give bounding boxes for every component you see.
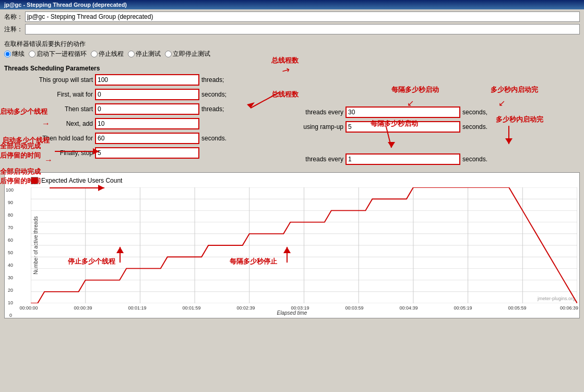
- x-tick-39: 00:00:39: [74, 305, 92, 311]
- comment-input[interactable]: [25, 24, 580, 34]
- using-rampup-unit: seconds.: [462, 123, 487, 130]
- threads-section-title: Threads Scheduling Parameters: [4, 65, 580, 72]
- chart-container: Expected Active Users Count Number of ac…: [4, 172, 580, 318]
- y-tick-30: 30: [8, 275, 13, 280]
- title-bar: jp@gc - Stepping Thread Group (deprecate…: [0, 0, 584, 9]
- x-tick-439: 00:04:39: [399, 305, 418, 311]
- finally-stop-input[interactable]: [95, 147, 199, 159]
- group-start-input[interactable]: [95, 74, 199, 86]
- first-wait-unit: seconds;: [201, 91, 227, 98]
- x-tick-119: 00:01:19: [128, 305, 146, 311]
- radio-stop-thread[interactable]: 停止线程: [91, 50, 124, 58]
- y-tick-100: 100: [6, 187, 14, 193]
- y-tick-10: 10: [8, 300, 13, 305]
- comment-label: 注释：: [4, 25, 23, 34]
- name-input[interactable]: [25, 11, 580, 22]
- then-start-label: Then start: [4, 105, 93, 113]
- radio-group: 继续 启动下一进程循环 停止线程 停止测试 立即停止测试: [4, 50, 580, 58]
- then-hold-label: Then hold load for: [4, 135, 93, 142]
- radio-next-loop[interactable]: 启动下一进程循环: [29, 50, 87, 58]
- threads-every-left-unit: seconds,: [462, 109, 487, 116]
- threads-every-right-unit: seconds.: [462, 156, 487, 163]
- then-start-unit: threads;: [201, 105, 224, 113]
- using-rampup-label: using ramp-up: [286, 123, 343, 130]
- radio-stop-test-now[interactable]: 立即停止测试: [165, 50, 210, 58]
- y-tick-90: 90: [8, 200, 13, 205]
- window-title: jp@gc - Stepping Thread Group (deprecate…: [4, 2, 127, 8]
- using-rampup-input[interactable]: [345, 121, 460, 133]
- group-start-label: This group will start: [4, 76, 93, 84]
- chart-legend-box: [31, 177, 38, 184]
- then-hold-input[interactable]: [95, 133, 199, 144]
- y-tick-50: 50: [8, 250, 13, 255]
- then-hold-unit: seconds.: [201, 135, 227, 142]
- x-tick-159: 00:01:59: [182, 305, 200, 311]
- radio-continue[interactable]: 继续: [4, 50, 25, 58]
- finally-stop-label: Finally, stop: [4, 149, 93, 157]
- x-tick-359: 00:03:59: [345, 305, 363, 311]
- error-action-label: 在取样器错误后要执行的动作: [4, 40, 580, 49]
- x-tick-519: 00:05:19: [454, 305, 472, 311]
- next-add-label: Next, add: [4, 120, 93, 127]
- y-tick-70: 70: [8, 225, 13, 230]
- first-wait-input[interactable]: [95, 89, 199, 100]
- x-tick-239: 00:02:39: [236, 305, 255, 311]
- threads-every-right-label: threads every: [286, 156, 343, 163]
- then-start-input[interactable]: [95, 103, 199, 115]
- x-tick-319: 00:03:19: [291, 305, 309, 311]
- next-add-input[interactable]: [95, 118, 199, 129]
- name-label: 名称：: [4, 13, 23, 21]
- chart-xaxis-label: Elapsed time: [277, 310, 307, 316]
- threads-every-left-input[interactable]: [345, 106, 460, 118]
- threads-every-right-input[interactable]: [345, 153, 460, 165]
- radio-stop-test[interactable]: 停止测试: [128, 50, 161, 58]
- chart-title: Expected Active Users Count: [41, 177, 122, 184]
- y-tick-40: 40: [8, 263, 13, 268]
- y-tick-80: 80: [8, 212, 13, 218]
- x-tick-0: 00:00:00: [19, 305, 38, 311]
- y-tick-20: 20: [8, 288, 13, 293]
- x-tick-639: 00:06:39: [560, 305, 578, 311]
- x-tick-559: 00:05:59: [508, 305, 526, 311]
- chart-svg: [31, 187, 577, 303]
- y-tick-60: 60: [8, 237, 13, 243]
- y-tick-0: 0: [9, 313, 12, 318]
- first-wait-label: First, wait for: [4, 91, 93, 98]
- group-start-unit: threads;: [201, 76, 224, 84]
- threads-every-left-label: threads every: [286, 109, 343, 116]
